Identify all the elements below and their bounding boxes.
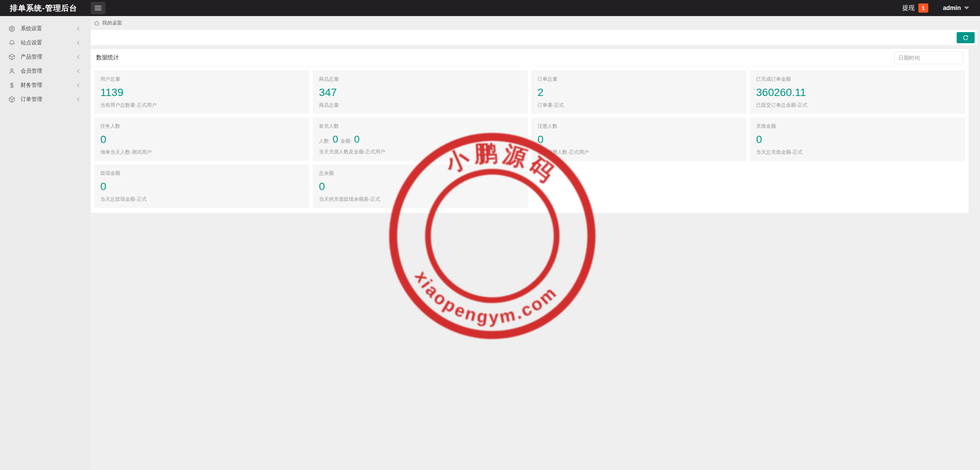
- topbar-actions: 提现 1 admin: [902, 3, 980, 13]
- stat-title: 已完成订单金额: [756, 76, 959, 83]
- stat-value: 1139: [100, 87, 303, 98]
- sidebar-item-order-management[interactable]: 订单管理: [0, 92, 90, 106]
- stat-desc: 当天注册人数-正式用户: [537, 149, 740, 156]
- sidebar-item-member-management[interactable]: 会员管理: [0, 64, 90, 78]
- stat-sub-label: 金额:: [340, 138, 352, 145]
- breadcrumb-home-link[interactable]: 我的桌面: [94, 20, 122, 26]
- stat-title: 注册人数: [537, 123, 740, 130]
- tab-strip: [91, 30, 977, 45]
- stat-value: 0: [756, 134, 959, 145]
- main-content: 我的桌面 数据统计 用户总量 1139: [90, 16, 980, 470]
- stat-card-registered-users: 注册人数 0 当天注册人数-正式用户: [531, 117, 746, 161]
- home-icon: [94, 20, 100, 26]
- stat-card-completed-order-amount: 已完成订单金额 360260.11 已提交订单总金额-正式: [750, 70, 965, 114]
- stat-title: 用户总量: [100, 76, 303, 83]
- stats-grid: 用户总量 1139 当前用户总数量-正式用户 商品总量 347 商品总量 订单总…: [91, 67, 969, 213]
- chevron-left-icon: [76, 68, 81, 74]
- sidebar-item-product-management[interactable]: 产品管理: [0, 50, 90, 64]
- username: admin: [943, 5, 961, 11]
- stat-desc: 当天的充值提现余额差-正式: [319, 196, 522, 203]
- chevron-left-icon: [76, 97, 81, 102]
- breadcrumb-label: 我的桌面: [102, 20, 122, 26]
- sidebar-item-finance-management[interactable]: $ 财务管理: [0, 78, 90, 92]
- sidebar-item-label: 财务管理: [21, 82, 76, 89]
- stat-title: 提现金额: [100, 170, 303, 177]
- sidebar-item-site-settings[interactable]: 站点设置: [0, 36, 90, 50]
- app-title: 排单系统-管理后台: [0, 3, 90, 13]
- stat-card-total-orders: 订单总量 2 订单量-正式: [531, 70, 746, 114]
- stat-value: 0: [100, 181, 303, 192]
- sidebar-item-label: 产品管理: [21, 54, 76, 60]
- stat-title: 订单总量: [537, 76, 740, 83]
- refresh-icon: [962, 34, 969, 41]
- sidebar-item-label: 系统设置: [21, 25, 76, 32]
- gear-icon: [8, 25, 15, 32]
- chevron-down-icon: [964, 7, 969, 10]
- stat-desc: 已提交订单总金额-正式: [756, 102, 959, 109]
- stat-title: 任务人数: [100, 123, 303, 130]
- breadcrumb: 我的桌面: [90, 16, 980, 30]
- statistics-panel: 数据统计 用户总量 1139 当前用户总数量-正式用户 商品总量 347 商品总…: [91, 49, 969, 213]
- stat-value: 2: [537, 87, 740, 98]
- cube-icon: [8, 96, 15, 103]
- panel-title: 数据统计: [96, 54, 119, 61]
- stat-desc: 商品总量: [319, 102, 522, 109]
- sidebar-item-system-settings[interactable]: 系统设置: [0, 21, 90, 36]
- withdraw-link[interactable]: 提现 1: [902, 3, 928, 13]
- stat-desc: 做单当天人数-测试用户: [100, 149, 303, 156]
- stat-card-first-recharge: 首充人数 人数: 0 金额: 0 当天充值人数及金额-正式用户: [313, 117, 528, 161]
- date-time-input[interactable]: [894, 51, 963, 64]
- chevron-left-icon: [76, 40, 81, 46]
- dollar-icon: $: [8, 82, 15, 89]
- stat-title: 商品总量: [319, 76, 522, 83]
- user-dropdown[interactable]: admin: [943, 5, 969, 11]
- stat-desc: 当天总提现金额-正式: [100, 196, 303, 203]
- top-bar: 排单系统-管理后台 提现 1 admin: [0, 0, 980, 16]
- stat-value: 0: [354, 134, 359, 144]
- stat-card-withdraw-amount: 提现金额 0 当天总提现金额-正式: [94, 164, 309, 208]
- stat-value: 0: [537, 134, 740, 145]
- bell-icon: [8, 39, 15, 46]
- stat-desc: 当天总充值金额-正式: [756, 149, 959, 156]
- stat-title: 总余额: [319, 170, 522, 177]
- stat-title: 首充人数: [319, 123, 522, 130]
- chevron-left-icon: [76, 83, 81, 88]
- stat-value: 0: [319, 181, 522, 192]
- stat-card-total-products: 商品总量 347 商品总量: [313, 70, 528, 114]
- sidebar-item-label: 站点设置: [21, 39, 76, 46]
- stat-dual-values: 人数: 0 金额: 0: [319, 134, 522, 145]
- chevron-left-icon: [76, 26, 81, 31]
- stat-card-recharge-amount: 充值金额 0 当天总充值金额-正式: [750, 117, 965, 161]
- withdraw-label: 提现: [902, 4, 915, 12]
- stat-desc: 当前用户总数量-正式用户: [100, 102, 303, 109]
- sidebar-item-label: 订单管理: [21, 96, 76, 103]
- svg-text:$: $: [10, 82, 14, 88]
- withdraw-count-badge: 1: [918, 3, 928, 13]
- stat-card-task-users: 任务人数 0 做单当天人数-测试用户: [94, 117, 309, 161]
- stat-value: 347: [319, 87, 522, 98]
- stat-sub-label: 人数:: [319, 138, 330, 145]
- stat-card-total-balance: 总余额 0 当天的充值提现余额差-正式: [313, 164, 528, 208]
- panel-header: 数据统计: [91, 49, 969, 67]
- stat-value: 0: [333, 134, 338, 144]
- hamburger-icon: [95, 5, 101, 11]
- cube-icon: [8, 54, 15, 60]
- stat-desc: 订单量-正式: [537, 102, 740, 109]
- refresh-button[interactable]: [957, 32, 975, 43]
- stat-value: 360260.11: [756, 87, 959, 98]
- user-icon: [8, 68, 15, 75]
- sidebar-item-label: 会员管理: [21, 68, 76, 75]
- chevron-left-icon: [76, 54, 81, 60]
- stat-card-total-users: 用户总量 1139 当前用户总数量-正式用户: [94, 70, 309, 114]
- stat-title: 充值金额: [756, 123, 959, 130]
- sidebar-toggle-button[interactable]: [91, 2, 105, 14]
- stat-desc: 当天充值人数及金额-正式用户: [319, 148, 522, 155]
- stat-value: 0: [100, 134, 303, 145]
- sidebar: 系统设置 站点设置 产品: [0, 16, 90, 470]
